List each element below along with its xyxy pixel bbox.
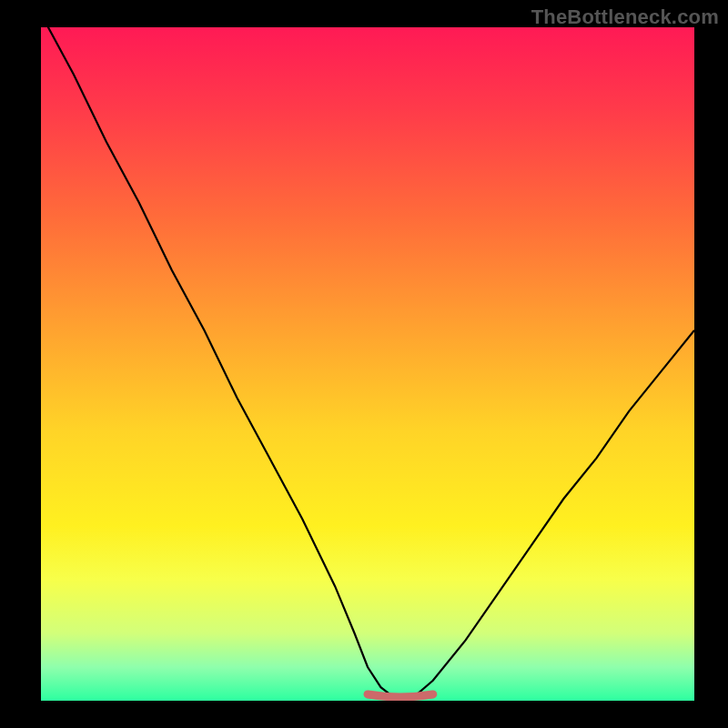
watermark-text: TheBottleneck.com — [531, 5, 719, 29]
bottleneck-curve-svg — [41, 27, 694, 701]
plot-area — [41, 27, 694, 701]
chart-frame: TheBottleneck.com — [0, 0, 728, 728]
bottleneck-curve-line — [41, 27, 694, 701]
optimal-region-marker — [368, 694, 433, 697]
